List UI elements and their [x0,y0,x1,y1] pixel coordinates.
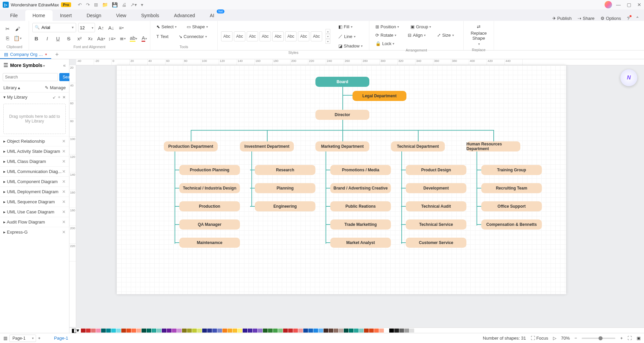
org-subnode[interactable]: Technical / Industria Design [179,183,240,193]
color-swatch[interactable] [101,329,106,333]
fill-button[interactable]: ◧ Fill [336,23,365,31]
org-subnode[interactable]: Production [179,201,240,211]
page-link[interactable]: Page-1 [54,336,68,341]
color-swatch[interactable] [202,329,207,333]
replace-shape-button[interactable]: ⇄Replace Shape [468,23,490,47]
close-icon[interactable]: ✕ [62,139,66,144]
color-swatch[interactable] [278,329,283,333]
color-swatch[interactable] [379,329,384,333]
font-size-select[interactable]: 12▾ [78,23,95,32]
search-input[interactable] [3,73,58,81]
save-icon[interactable]: 💾 [112,2,118,7]
color-swatch[interactable] [303,329,308,333]
color-swatch[interactable] [81,329,86,333]
gallery-nav[interactable]: ▴▾▾ [326,29,330,44]
org-dept[interactable]: Human Resources Department [466,141,520,151]
org-subnode[interactable]: Engineering [255,201,315,211]
library-item[interactable]: ▸ Audit Flow Diagram✕ [0,217,69,227]
color-swatch[interactable] [263,329,268,333]
publish-button[interactable]: ✈ Publish [552,16,572,21]
lock-button[interactable]: 🔒 Lock [373,40,397,47]
org-subnode[interactable]: Market Analyst [330,238,391,248]
help-icon[interactable]: ? [627,16,630,21]
org-subnode[interactable]: Customer Service [406,238,466,248]
connector-tool[interactable]: ↘ Connector [176,33,210,40]
color-swatch[interactable] [147,329,151,333]
color-swatch[interactable] [131,329,136,333]
color-swatch[interactable] [404,329,409,333]
color-swatch[interactable] [187,329,192,333]
library-item[interactable]: ▸ Object Relationship✕ [0,136,69,146]
qat-more-icon[interactable]: ▾ [141,2,143,7]
close-icon[interactable]: ✕ [62,169,66,174]
color-swatch[interactable] [344,329,348,333]
color-swatch[interactable] [374,329,379,333]
org-subnode[interactable]: Technical Audit [406,201,466,211]
color-swatch[interactable] [162,329,166,333]
color-swatch[interactable] [111,329,116,333]
close-icon[interactable]: ✕ [62,149,66,154]
focus-button[interactable]: ⛶ Focus [531,336,548,341]
mylibrary-dropzone[interactable]: Drag symbols here to add to My Library [3,104,66,134]
paste-icon[interactable]: 📋 [13,34,22,42]
library-item[interactable]: ▸ UML Use Case Diagram✕ [0,207,69,217]
color-swatch[interactable] [394,329,399,333]
menu-home[interactable]: Home [25,10,53,21]
color-swatch[interactable] [167,329,172,333]
avatar[interactable] [605,1,612,8]
redo-icon[interactable]: ↷ [86,2,90,7]
rotate-button[interactable]: ⟳ Rotate [373,31,399,39]
org-subnode[interactable]: Product Design [406,165,466,175]
menu-ai[interactable]: AIhot [203,10,222,21]
menu-design[interactable]: Design [79,10,109,21]
org-subnode[interactable]: Office Support [481,201,542,211]
add-page-icon[interactable]: + [38,336,41,341]
sidebar-title[interactable]: More Symbols [10,63,61,68]
options-button[interactable]: ⚙ Options [601,16,621,21]
color-swatch[interactable] [126,329,131,333]
increase-font-icon[interactable]: A↑ [97,24,105,32]
menu-symbols[interactable]: Symbols [134,10,167,21]
color-swatch[interactable] [364,329,369,333]
org-subnode[interactable]: Development [406,183,466,193]
color-swatch[interactable] [258,329,263,333]
color-swatch[interactable] [293,329,298,333]
color-swatch[interactable] [329,329,333,333]
color-swatch[interactable] [172,329,177,333]
superscript-icon[interactable]: x² [75,34,84,42]
org-board[interactable]: Board [315,77,369,87]
org-subnode[interactable]: Training Group [481,165,542,175]
color-swatch[interactable] [283,329,288,333]
new-icon[interactable]: ⊞ [94,2,98,7]
color-swatch[interactable] [207,329,212,333]
mylibrary-section[interactable]: ▾ My Library [3,95,27,100]
color-swatch[interactable] [313,329,318,333]
color-swatch[interactable] [318,329,323,333]
format-painter-icon[interactable]: 🖌 [13,25,22,33]
org-subnode[interactable]: Compensation & Bennetts [481,219,542,230]
color-swatch[interactable] [142,329,146,333]
org-subnode[interactable]: Trade Marketting [330,219,391,230]
color-swatch[interactable] [238,329,242,333]
color-swatch[interactable] [182,329,187,333]
color-swatch[interactable] [253,329,257,333]
close-icon[interactable]: ✕ [637,2,641,7]
font-color-icon[interactable]: A [140,34,148,42]
color-swatch[interactable] [222,329,227,333]
document-tab[interactable]: ▤ Company Org … • [0,50,51,59]
close-mylib-icon[interactable]: ✕ [62,95,66,100]
color-swatch[interactable] [339,329,343,333]
italic-icon[interactable]: I [43,34,51,42]
color-swatch[interactable] [308,329,313,333]
org-subnode[interactable]: QA Manager [179,219,240,230]
shadow-button[interactable]: ◪ Shadow [336,42,365,50]
menu-insert[interactable]: Insert [53,10,79,21]
menu-view[interactable]: View [109,10,134,21]
open-icon[interactable]: 📁 [102,2,108,7]
color-swatch[interactable] [96,329,101,333]
color-swatch[interactable] [116,329,121,333]
color-swatch[interactable] [369,329,374,333]
presentation-icon[interactable]: ▷ [553,336,556,341]
library-item[interactable]: ▸ UML Class Diagram✕ [0,156,69,166]
position-button[interactable]: ⊞ Position [373,23,402,31]
